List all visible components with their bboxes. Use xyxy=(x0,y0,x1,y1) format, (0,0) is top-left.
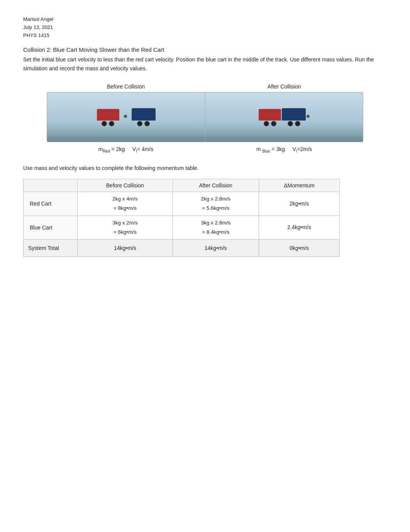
blue-after-content: 3kg x 2.8m/s = 8.4kg•m/s xyxy=(173,216,259,240)
red-before-line1: 2kg x 4m/s xyxy=(82,194,168,204)
header-info: Marisol Angel July 13, 2021 PHYS 1415 xyxy=(23,15,387,39)
blue-before-content: 3kg x 2m/s = 6kg•m/s xyxy=(78,216,173,240)
v-i-sub-red: I xyxy=(136,149,137,153)
course: PHYS 1415 xyxy=(23,32,387,40)
after-values: m Blue = 3kg VI=2m/s xyxy=(205,146,363,153)
blue-before-line2: = 6kg•m/s xyxy=(82,228,168,237)
blue-before-line1: 3kg x 2m/s xyxy=(82,218,168,228)
blue-sub-after: Blue xyxy=(262,149,270,153)
blue-cart-before xyxy=(132,108,156,126)
blue-cart-formula: m Blue = 3kg VI=2m/s xyxy=(256,146,312,152)
momentum-table: Before Collision After Collision ΔMoment… xyxy=(23,179,340,257)
after-carts xyxy=(259,108,310,126)
table-header-row: Before Collision After Collision ΔMoment… xyxy=(24,179,340,192)
red-cart-after xyxy=(259,109,281,126)
red-delta: 2kg•m/s xyxy=(259,197,339,211)
red-after-line1: 2kg x 2.8m/s xyxy=(178,194,254,204)
system-total-before: 14kg•m/s xyxy=(114,245,136,251)
blue-cart-delta-cell: 2.4kg•m/s xyxy=(259,216,339,240)
blue-delta: 2.4kg•m/s xyxy=(259,220,339,235)
system-total-delta-cell: 0kg•m/s xyxy=(259,240,339,257)
table-row-red-cart: Red Cart 2kg x 4m/s = 8kg•m/s 2kg x 2.8m… xyxy=(24,192,340,216)
before-collision-label: Before Collision xyxy=(47,83,205,90)
before-carts xyxy=(97,108,156,126)
blue-after-line1: 3kg x 2.8m/s xyxy=(178,218,254,228)
collision-images xyxy=(47,92,363,142)
after-collision-image xyxy=(205,92,363,142)
after-collision-label: After Collision xyxy=(205,83,363,90)
red-before-line2: = 8kg•m/s xyxy=(82,204,168,213)
table-row-system-total: System Total 14kg•m/s 14kg•m/s 0kg•m/s xyxy=(24,240,340,257)
system-total-label: System Total xyxy=(24,240,78,257)
system-total-before-cell: 14kg•m/s xyxy=(78,240,173,257)
red-cart-delta-cell: 2kg•m/s xyxy=(259,192,339,216)
red-after-content: 2kg x 2.8m/s = 5.6kg•m/s xyxy=(173,192,259,216)
red-after-line2: = 5.6kg•m/s xyxy=(178,204,254,213)
red-sub: Red xyxy=(103,149,110,153)
before-values: mRed = 2kg VI= 4m/s xyxy=(47,146,205,153)
system-total-after-cell: 14kg•m/s xyxy=(173,240,259,257)
description: Set the initial blue cart velocity to le… xyxy=(23,55,387,73)
red-cart-after-cell: 2kg x 2.8m/s = 5.6kg•m/s xyxy=(173,192,259,216)
system-total-after: 14kg•m/s xyxy=(205,245,227,251)
momentum-intro: Use mass and velocity values to complete… xyxy=(23,165,387,171)
v-i-sub-blue: I xyxy=(296,149,297,153)
system-total-delta: 0kg•m/s xyxy=(290,245,309,251)
collision-labels: Before Collision After Collision xyxy=(47,83,363,90)
col-header-delta: ΔMomentum xyxy=(259,179,339,192)
author-name: Marisol Angel xyxy=(23,15,387,24)
table-row-blue-cart: Blue Cart 3kg x 2m/s = 6kg•m/s 3kg x 2.8… xyxy=(24,216,340,240)
red-before-content: 2kg x 4m/s = 8kg•m/s xyxy=(78,192,173,216)
red-cart-before-cell: 2kg x 4m/s = 8kg•m/s xyxy=(78,192,173,216)
blue-after-line2: = 8.4kg•m/s xyxy=(178,228,254,237)
before-collision-image xyxy=(47,92,205,142)
blue-cart-label: Blue Cart xyxy=(24,216,78,240)
blue-cart-after xyxy=(282,108,306,126)
blue-cart-after-cell: 3kg x 2.8m/s = 8.4kg•m/s xyxy=(173,216,259,240)
red-cart-formula: mRed = 2kg VI= 4m/s xyxy=(98,146,154,152)
col-header-empty xyxy=(24,179,78,192)
page-title: Collision 2: Blue Cart Moving Slower tha… xyxy=(23,46,387,53)
red-cart-before xyxy=(97,109,119,126)
red-cart-label: Red Cart xyxy=(24,192,78,216)
col-header-before: Before Collision xyxy=(78,179,173,192)
blue-cart-before-cell: 3kg x 2m/s = 6kg•m/s xyxy=(78,216,173,240)
collision-values: mRed = 2kg VI= 4m/s m Blue = 3kg VI=2m/s xyxy=(47,146,363,153)
date: July 13, 2021 xyxy=(23,24,387,32)
collision-section: Before Collision After Collision xyxy=(23,83,387,153)
col-header-after: After Collision xyxy=(173,179,259,192)
